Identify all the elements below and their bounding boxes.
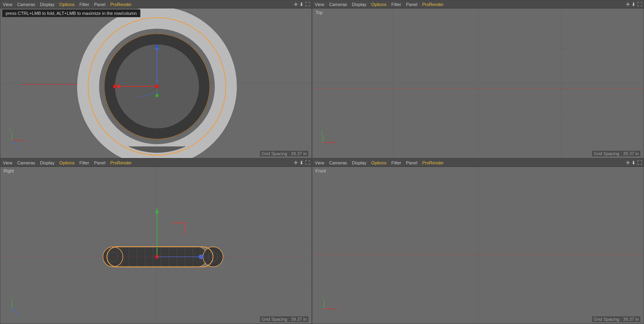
icon-maximize-front[interactable]: ⛶ (637, 160, 642, 166)
menu-prorender-persp[interactable]: ProRender (109, 2, 132, 7)
menu-cameras-front[interactable]: Cameras (328, 160, 348, 165)
menu-cameras-top[interactable]: Cameras (328, 2, 348, 7)
svg-text:X: X (335, 307, 337, 311)
menu-display-persp[interactable]: Display (39, 2, 55, 7)
icon-move-right[interactable]: ✛ (294, 160, 298, 166)
menu-panel-top[interactable]: Panel (405, 2, 418, 7)
menu-panel-front[interactable]: Panel (405, 160, 418, 165)
menu-options-top[interactable]: Options (370, 2, 387, 7)
menu-filter-right[interactable]: Filter (78, 160, 90, 165)
svg-line-56 (12, 309, 18, 313)
menu-options-right[interactable]: Options (58, 160, 75, 165)
viewport-svg-front: X Y (312, 167, 644, 324)
viewport-svg-persp: X Y Z (0, 8, 312, 158)
menubar-icons-front: ✛ ⬇ ⛶ (626, 160, 642, 166)
icon-down-top[interactable]: ⬇ (632, 2, 636, 7)
menu-prorender-front[interactable]: ProRender (421, 160, 444, 165)
svg-text:Y: Y (322, 296, 324, 300)
menu-view-top[interactable]: View (314, 2, 325, 7)
menu-view-persp[interactable]: View (2, 2, 13, 7)
menubar-right: View Cameras Display Options Filter Pane… (0, 159, 312, 167)
menubar-perspective: View Cameras Display Options Filter Pane… (0, 0, 312, 8)
svg-text:Z: Z (16, 145, 19, 149)
grid-spacing-top: Grid Spacing : 39.37 in (592, 151, 640, 156)
icon-maximize-persp[interactable]: ⛶ (305, 2, 310, 7)
menu-prorender-right[interactable]: ProRender (109, 160, 132, 165)
menu-panel-persp[interactable]: Panel (93, 2, 106, 7)
svg-point-20 (113, 84, 117, 88)
menu-cameras-persp[interactable]: Cameras (17, 2, 36, 7)
viewport-front[interactable]: View Cameras Display Options Filter Pane… (312, 158, 644, 324)
tooltip-persp: press CTRL+LMB to fold, ALT+LMB to maxim… (2, 9, 140, 17)
menu-panel-right[interactable]: Panel (93, 160, 106, 165)
menu-cameras-right[interactable]: Cameras (17, 160, 36, 165)
menu-view-front[interactable]: View (314, 160, 325, 165)
menu-display-top[interactable]: Display (351, 2, 367, 7)
svg-text:X: X (23, 139, 25, 143)
icon-down-front[interactable]: ⬇ (632, 160, 636, 166)
icon-move-persp[interactable]: ✛ (294, 2, 298, 7)
viewport-svg-top: X Z (312, 8, 644, 158)
menu-filter-persp[interactable]: Filter (78, 2, 90, 7)
grid-spacing-right: Grid Spacing : 39.37 in (260, 316, 308, 322)
menubar-icons-right: ✛ ⬇ ⛶ (294, 160, 310, 166)
svg-text:X: X (334, 141, 336, 145)
menu-view-right[interactable]: View (2, 160, 13, 165)
viewport-perspective[interactable]: View Cameras Display Options Filter Pane… (0, 0, 312, 158)
grid-spacing-front: Grid Spacing : 39.37 in (592, 316, 640, 322)
menu-prorender-top[interactable]: ProRender (421, 2, 444, 7)
svg-point-22 (155, 94, 159, 97)
menu-display-front[interactable]: Display (351, 160, 367, 165)
menu-options-front[interactable]: Options (370, 160, 387, 165)
menu-filter-top[interactable]: Filter (390, 2, 402, 7)
viewport-svg-right: Y Z (0, 167, 312, 324)
menubar-front: View Cameras Display Options Filter Pane… (312, 159, 644, 167)
menubar-top: View Cameras Display Options Filter Pane… (312, 0, 644, 8)
icon-move-top[interactable]: ✛ (626, 2, 630, 7)
svg-point-17 (155, 45, 159, 48)
menu-display-right[interactable]: Display (39, 160, 55, 165)
svg-text:Y: Y (9, 128, 11, 132)
svg-text:Y: Y (10, 296, 12, 300)
icon-maximize-top[interactable]: ⛶ (637, 2, 642, 7)
svg-marker-77 (155, 208, 159, 213)
icon-down-persp[interactable]: ⬇ (299, 2, 303, 7)
svg-line-5 (12, 140, 16, 144)
svg-text:Z: Z (18, 314, 21, 318)
icon-move-front[interactable]: ✛ (626, 160, 630, 166)
viewport-top[interactable]: View Cameras Display Options Filter Pane… (312, 0, 644, 158)
svg-point-24 (155, 84, 159, 88)
menu-filter-front[interactable]: Filter (390, 160, 402, 165)
icon-down-right[interactable]: ⬇ (299, 160, 303, 166)
menubar-icons-top: ✛ ⬇ ⛶ (626, 2, 642, 7)
viewport-right[interactable]: View Cameras Display Options Filter Pane… (0, 158, 312, 324)
icon-maximize-right[interactable]: ⛶ (305, 160, 310, 166)
menubar-icons-persp: ✛ ⬇ ⛶ (294, 2, 310, 7)
menu-options-persp[interactable]: Options (58, 2, 75, 7)
svg-text:Z: Z (321, 130, 323, 134)
grid-spacing-persp: Grid Spacing : 39.37 in (260, 151, 308, 156)
viewport-grid: View Cameras Display Options Filter Pane… (0, 0, 644, 324)
